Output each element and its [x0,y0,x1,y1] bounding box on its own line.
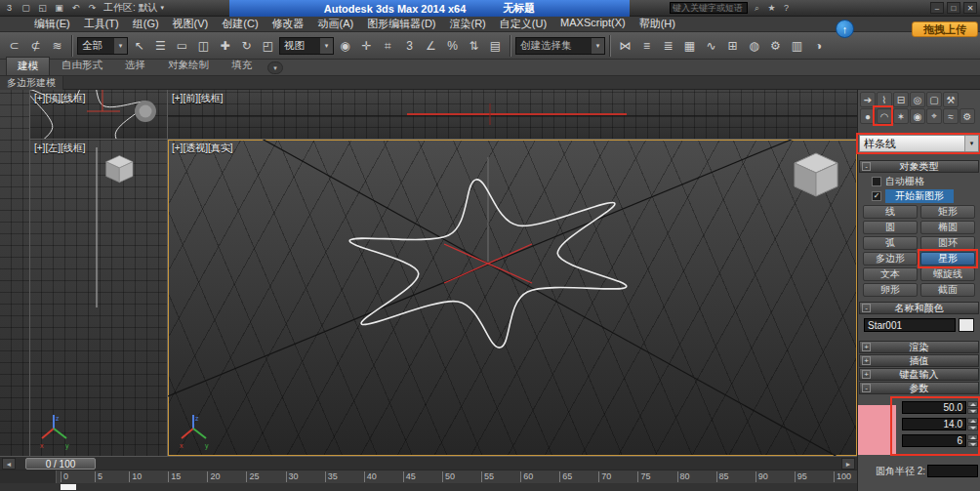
viewcube[interactable] [795,153,837,196]
percent-snap-icon[interactable]: % [442,35,463,56]
viewcube[interactable] [106,155,133,182]
select-and-scale-icon[interactable]: ◰ [258,35,278,56]
fillet-radius2-field[interactable] [927,465,978,477]
spinner-down-icon[interactable] [967,441,978,447]
graphite-ribbon-icon[interactable]: ▦ [679,35,700,56]
ribbon-tab[interactable]: 选择 [114,57,156,75]
new-scene-icon[interactable]: ▢ [19,2,33,15]
shape-button[interactable]: 卵形 [863,283,918,297]
autogrid-checkbox[interactable] [872,177,881,186]
shape-button[interactable]: 圆 [863,221,918,234]
select-and-manipulate-icon[interactable]: ✛ [356,35,377,56]
upload-cloud-icon[interactable]: ↑ [836,20,854,38]
rollout-interpolation[interactable]: + 插值 [859,354,979,367]
open-scene-icon[interactable]: ◱ [35,2,50,15]
shape-button[interactable]: 椭圆 [920,221,975,234]
rollout-render[interactable]: + 渲染 [859,341,979,353]
unlink-selection-icon[interactable]: ⊄ [25,35,46,56]
spinner-down-icon[interactable] [967,425,978,430]
select-by-name-icon[interactable]: ☰ [150,35,171,56]
viewport-left[interactable]: [+][左][线框] z x y [30,140,167,456]
spinner-value-field[interactable]: 50.0 [902,401,966,414]
maxscript-mini-listener[interactable] [61,484,76,490]
window-crossing-icon[interactable]: ◫ [193,35,214,56]
shape-button[interactable]: 圆环 [920,236,975,250]
use-pivot-point-icon[interactable]: ◉ [335,35,355,56]
spinner-value-field[interactable]: 14.0 [902,418,966,430]
menu-item[interactable]: 视图(V) [166,16,216,32]
spacewarps-category-icon[interactable]: ≈ [943,108,959,124]
shape-button[interactable]: 矩形 [920,205,975,219]
spinner-up-icon[interactable] [967,401,978,407]
shape-button[interactable]: 文本 [863,267,918,281]
align-icon[interactable]: ≡ [636,35,657,56]
start-new-shape-checkbox[interactable]: ✓ [872,191,881,201]
cameras-category-icon[interactable]: ◉ [910,108,925,124]
lights-category-icon[interactable]: ✶ [893,108,909,124]
motion-tab-icon[interactable]: ◎ [910,92,925,107]
menu-item[interactable]: 修改器 [265,16,311,32]
utilities-tab-icon[interactable]: ⚒ [943,92,959,107]
reference-coordinate-dropdown[interactable]: 视图 ▾ [279,37,334,55]
favorites-star-icon[interactable]: ★ [765,2,778,14]
object-name-field[interactable]: Star001 [864,318,956,332]
named-selection-sets-dropdown[interactable]: 创建选择集 ▾ [515,37,605,55]
minimize-icon[interactable]: – [930,2,944,14]
selection-filter-dropdown[interactable]: 全部 ▾ [77,37,128,55]
ribbon-tab[interactable]: 自由形式 [51,57,113,75]
viewport-label-top[interactable]: [+][顶][线框] [34,92,86,105]
select-and-move-icon[interactable]: ✚ [215,35,235,56]
modify-tab-icon[interactable]: ⌇ [877,92,892,107]
ribbon-tab[interactable]: 建模 [6,57,50,75]
redo-icon[interactable]: ↷ [85,2,100,15]
wire-color-swatch[interactable] [959,318,974,332]
workspace-dropdown[interactable]: 工作区: 默认 ▾ [103,1,164,15]
next-frame-icon[interactable]: ► [841,458,855,470]
spinner-up-icon[interactable] [967,418,978,424]
display-tab-icon[interactable]: ▢ [926,92,942,107]
rollout-object-type[interactable]: - 对象类型 [859,160,979,173]
viewport-top[interactable]: [+][顶][线框] [30,90,167,139]
shape-button[interactable]: 多边形 [863,252,918,266]
menu-item[interactable]: 创建(C) [215,16,265,32]
viewport-front[interactable]: [+][前][线框] [168,90,857,139]
shape-button[interactable]: 螺旋线 [920,267,975,281]
bind-to-space-warp-icon[interactable]: ≋ [47,35,67,56]
shape-button[interactable]: 弧 [863,236,918,250]
select-and-rotate-icon[interactable]: ↻ [236,35,257,56]
menu-item[interactable]: 动画(A) [311,16,361,32]
rollout-parameters[interactable]: - 参数 [859,382,979,394]
select-object-icon[interactable]: ↖ [129,35,149,56]
menu-item[interactable]: 编辑(E) [27,16,77,32]
ribbon-tab[interactable]: 对象绘制 [157,57,220,75]
systems-category-icon[interactable]: ⚙ [960,108,975,124]
spinner-snap-icon[interactable]: ⇅ [464,35,484,56]
shape-button[interactable]: 线 [863,205,918,219]
help-icon[interactable]: ? [780,2,793,14]
spinner-down-icon[interactable] [967,408,978,414]
render-production-icon[interactable]: ◑ [808,35,829,56]
material-editor-icon[interactable]: ◍ [744,35,764,56]
viewport-sliver[interactable] [0,90,29,456]
shape-button[interactable]: 星形 [920,252,975,266]
track-bar[interactable]: 0 5 10 15 20 25 30 35 40 45 50 55 [0,470,857,483]
close-icon[interactable]: ✕ [963,2,977,14]
rendered-frame-icon[interactable]: ▥ [787,35,807,56]
mirror-icon[interactable]: ⋈ [615,35,635,56]
menu-item[interactable]: 渲染(R) [443,16,493,32]
search-icon[interactable]: ⌕ [751,2,763,14]
spline-type-dropdown[interactable]: 样条线 ▾ [859,135,979,152]
drag-upload-button[interactable]: 拖拽上传 [912,21,978,37]
search-input[interactable] [670,2,748,14]
create-tab-icon[interactable]: ➔ [860,92,876,107]
ribbon-minimize-icon[interactable]: ▾ [267,61,283,74]
shapes-category-icon[interactable]: ◠ [877,108,892,124]
menu-item[interactable]: 工具(T) [77,16,126,32]
edit-named-sets-icon[interactable]: ▤ [485,35,506,56]
snaps-toggle-icon[interactable]: 3 [399,35,420,56]
shape-button[interactable]: 截面 [920,283,975,297]
rollout-name-color[interactable]: - 名称和颜色 [859,302,979,314]
menu-item[interactable]: 图形编辑器(D) [360,16,442,32]
helpers-category-icon[interactable]: ⌖ [926,108,942,124]
keyboard-override-icon[interactable]: ⌗ [378,35,398,56]
